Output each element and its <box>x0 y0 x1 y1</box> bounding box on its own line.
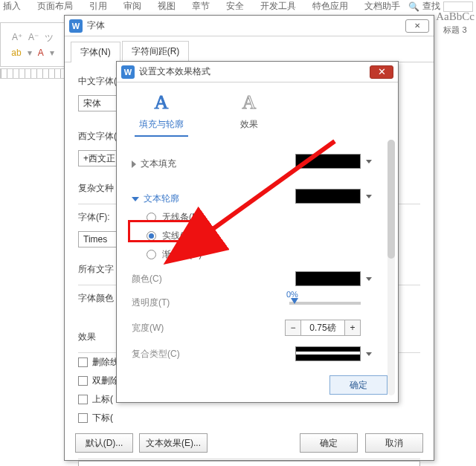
chevron-down-icon <box>366 160 372 164</box>
close-button[interactable]: ✕ <box>405 19 429 33</box>
dialog-title: 字体 <box>87 19 405 32</box>
tab-spacing[interactable]: 字符间距(R) <box>122 41 190 62</box>
tab-effects[interactable]: A 效果 <box>222 91 276 137</box>
radio-gradient-line[interactable]: 渐变线(G) <box>147 248 383 261</box>
label-all-text: 所有文字 <box>78 263 114 276</box>
close-button[interactable]: ✕ <box>370 65 393 79</box>
style-preview: AaBbCc 标题 3 <box>434 10 476 36</box>
app-icon: W <box>69 19 83 33</box>
app-icon: W <box>121 65 135 79</box>
dialog-buttons: 默认(D)... 文本效果(E)... 确定 取消 <box>75 433 423 453</box>
label-font-color: 字体颜色 <box>78 292 114 305</box>
font-tabs: 字体(N) 字符间距(R) <box>65 36 434 62</box>
titlebar-effect: W 设置文本效果格式 ✕ <box>117 62 398 82</box>
label-width: 宽度(W) <box>132 322 164 334</box>
chevron-right-icon <box>132 161 136 168</box>
label-complex: 复杂文种 <box>78 182 114 195</box>
button-default[interactable]: 默认(D)... <box>75 433 133 453</box>
color-picker[interactable] <box>295 271 361 286</box>
letter-a-icon: A <box>242 91 257 114</box>
search-icon: 🔍 <box>408 1 419 12</box>
button-ok[interactable]: 确定 <box>300 433 358 453</box>
effect-tabs: A 填充与轮廓 A 效果 <box>117 82 398 137</box>
label-effects: 效果 <box>78 331 96 343</box>
annotation-highlight <box>128 220 202 242</box>
app-menu: 插入页面布局引用审阅视图章节安全开发工具特色应用文档助手 <box>0 0 476 10</box>
label-compound: 复合类型(C) <box>132 348 180 360</box>
section-text-outline[interactable]: 文本轮廓 <box>132 192 179 205</box>
dialog-title: 设置文本效果格式 <box>139 65 370 78</box>
label-complex-font: 字体(F): <box>78 211 110 224</box>
fill-color-swatch[interactable] <box>295 154 361 169</box>
width-value: 0.75磅 <box>301 320 344 336</box>
titlebar-font: W 字体 ✕ <box>65 16 434 36</box>
chevron-down-icon <box>366 195 372 198</box>
ruler <box>0 68 65 79</box>
effect-dialog-footer: 确定 <box>329 375 387 395</box>
label-transparency: 透明度(T) <box>132 297 170 309</box>
section-text-fill[interactable]: 文本填充 <box>132 158 176 170</box>
preview-box: V N <box>78 461 420 466</box>
tab-fill-outline[interactable]: A 填充与轮廓 <box>135 91 188 137</box>
chevron-down-icon <box>132 197 139 201</box>
button-cancel[interactable]: 取消 <box>365 433 423 453</box>
chevron-down-icon <box>366 352 372 356</box>
toolbar-fragment: A⁺A⁻ツ ab▾A▾ <box>0 22 65 67</box>
outline-color-swatch[interactable] <box>295 189 361 204</box>
plus-button[interactable]: + <box>344 320 361 336</box>
chevron-down-icon <box>366 277 372 281</box>
button-text-effect[interactable]: 文本效果(E)... <box>139 433 208 453</box>
minus-button[interactable]: − <box>285 320 301 336</box>
width-stepper[interactable]: − 0.75磅 + <box>285 320 361 336</box>
transparency-slider[interactable]: 0% <box>289 302 361 305</box>
scrollbar[interactable] <box>387 140 395 395</box>
button-ok[interactable]: 确定 <box>329 375 387 395</box>
tab-font[interactable]: 字体(N) <box>71 42 120 62</box>
checkbox-sub[interactable]: 下标( <box>78 412 420 424</box>
label-color: 颜色(C) <box>132 273 162 285</box>
compound-type-picker[interactable] <box>295 346 361 361</box>
letter-a-outline-icon: A <box>155 91 169 114</box>
